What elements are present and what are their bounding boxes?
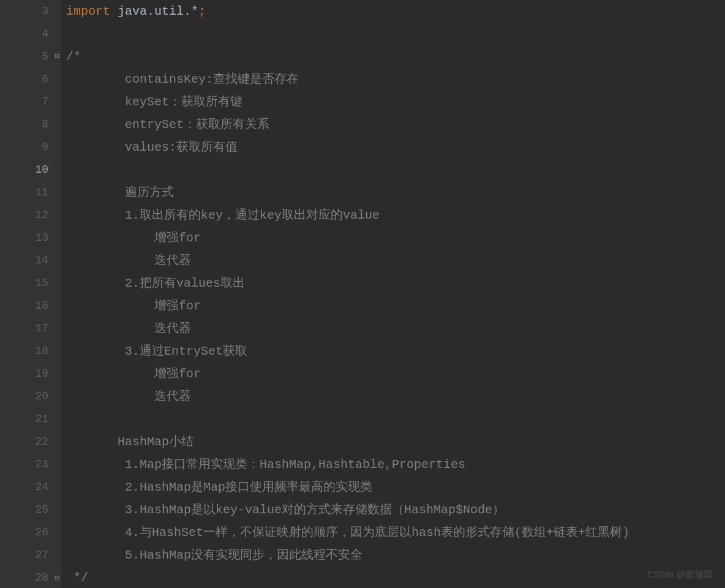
line-number: 11	[0, 181, 48, 204]
code-line[interactable]: 3.通过EntrySet获取	[66, 340, 725, 363]
line-number: 19	[0, 363, 48, 385]
code-line[interactable]: 1.Map接口常用实现类：HashMap,Hashtable,Propertie…	[66, 453, 725, 476]
code-line[interactable]: 2.HashMap是Map接口使用频率最高的实现类	[66, 476, 725, 499]
code-line[interactable]: 1.取出所有的key，通过key取出对应的value	[66, 204, 725, 227]
line-number: 28	[0, 567, 48, 588]
line-number: 5	[0, 45, 48, 68]
code-line[interactable]: 5.HashMap没有实现同步，因此线程不安全	[66, 544, 725, 567]
code-line[interactable]: 增强for	[66, 363, 725, 385]
pkg-name: java.util.*	[110, 4, 198, 18]
line-number: 16	[0, 295, 48, 317]
fold-close-icon[interactable]: ⊟	[53, 573, 61, 582]
line-number: 3	[0, 0, 48, 23]
code-editor[interactable]: 3 4 5 6 7 8 9 10 11 12 13 14 15 16 17 18…	[0, 0, 725, 588]
gutter: 3 4 5 6 7 8 9 10 11 12 13 14 15 16 17 18…	[0, 0, 61, 588]
line-number: 6	[0, 68, 48, 91]
semicolon: ;	[198, 4, 206, 18]
code-line[interactable]: 增强for	[66, 295, 725, 317]
code-line[interactable]: entrySet：获取所有关系	[66, 113, 725, 136]
code-line[interactable]: containsKey:查找键是否存在	[66, 68, 725, 91]
code-line[interactable]: */	[66, 567, 725, 588]
line-number: 4	[0, 23, 48, 45]
keyword-import: import	[66, 4, 110, 18]
code-line[interactable]: 遍历方式	[66, 181, 725, 204]
code-line[interactable]: values:获取所有值	[66, 136, 725, 159]
line-number: 20	[0, 385, 48, 408]
line-number: 24	[0, 476, 48, 499]
code-line[interactable]: import java.util.*;	[66, 0, 725, 23]
active-line-highlight	[53, 159, 61, 181]
code-area[interactable]: ⊟ ⊟ import java.util.*; /* containsKey:查…	[61, 0, 725, 588]
line-number-active: 10	[0, 159, 48, 181]
code-line[interactable]: keySet：获取所有键	[66, 91, 725, 113]
code-line[interactable]: 2.把所有values取出	[66, 272, 725, 295]
line-number: 25	[0, 499, 48, 521]
line-number: 27	[0, 544, 48, 567]
line-number: 8	[0, 113, 48, 136]
line-number: 14	[0, 249, 48, 272]
code-line[interactable]: 迭代器	[66, 317, 725, 340]
line-number: 12	[0, 204, 48, 227]
code-line[interactable]: /*	[66, 45, 725, 68]
code-line[interactable]: HashMap小结	[66, 431, 725, 453]
code-line[interactable]: 3.HashMap是以key-value对的方式来存储数据（HashMap$No…	[66, 499, 725, 521]
line-number: 23	[0, 453, 48, 476]
fold-open-icon[interactable]: ⊟	[53, 51, 61, 60]
line-number: 22	[0, 431, 48, 453]
code-line[interactable]: 4.与HashSet一样，不保证映射的顺序，因为底层以hash表的形式存储(数组…	[66, 521, 725, 544]
line-number: 18	[0, 340, 48, 363]
code-line[interactable]	[66, 408, 725, 431]
code-line[interactable]: 迭代器	[66, 249, 725, 272]
line-number: 13	[0, 227, 48, 249]
code-line[interactable]	[66, 23, 725, 45]
code-line[interactable]: 迭代器	[66, 385, 725, 408]
line-number: 7	[0, 91, 48, 113]
code-line[interactable]: 增强for	[66, 227, 725, 249]
code-line[interactable]	[66, 159, 725, 181]
line-number: 26	[0, 521, 48, 544]
line-number: 9	[0, 136, 48, 159]
line-number: 21	[0, 408, 48, 431]
watermark-text: CSDN @黄瑞霖	[647, 569, 713, 581]
line-number: 15	[0, 272, 48, 295]
line-number: 17	[0, 317, 48, 340]
